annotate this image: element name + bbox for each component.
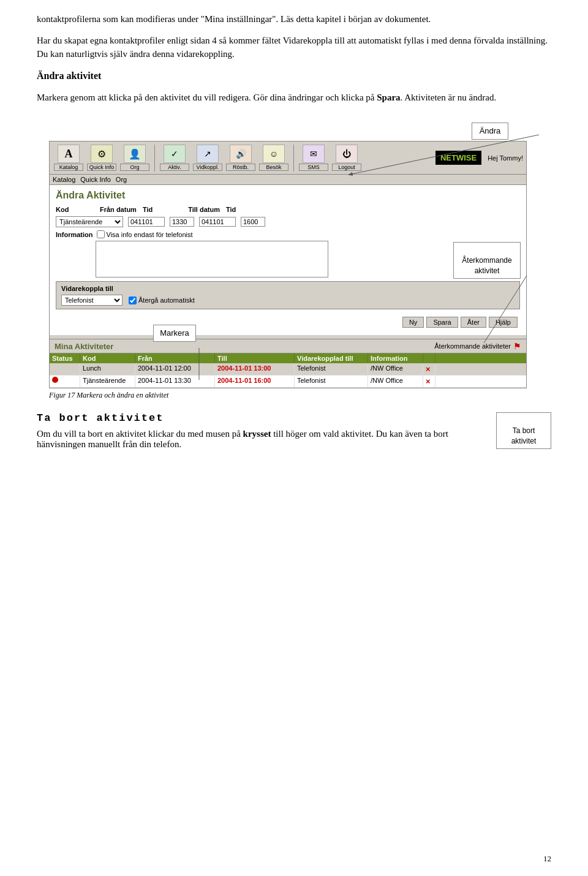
fran-datum-input[interactable] bbox=[128, 217, 165, 227]
row2-kod: Tjänsteärende bbox=[80, 376, 135, 387]
rostb-icon: 🔊 bbox=[230, 145, 252, 163]
till-datum-input[interactable] bbox=[199, 217, 236, 227]
visa-info-checkbox[interactable] bbox=[97, 230, 105, 238]
toolbar-separator-1 bbox=[154, 145, 155, 172]
row2-delete[interactable]: × bbox=[423, 376, 435, 387]
atergaa-label: Återgå automatiskt bbox=[129, 296, 195, 304]
vidkoppl-label: Vidkoppl. bbox=[193, 164, 222, 171]
row1-fran: 2004-11-01 12:00 bbox=[135, 363, 215, 375]
besok-icon: ☺ bbox=[263, 145, 285, 163]
vidarekoppla-select[interactable]: Telefonist bbox=[61, 295, 123, 306]
sms-icon: ✉ bbox=[303, 145, 325, 163]
info-textarea[interactable] bbox=[96, 241, 328, 278]
kod-select[interactable]: Tjänsteärende bbox=[56, 216, 123, 227]
page-number: 12 bbox=[543, 854, 551, 864]
form-row-1: Kod Från datum Tid Till datum Tid bbox=[56, 206, 520, 213]
org-label: Org bbox=[120, 164, 149, 171]
col-info: Information bbox=[368, 353, 423, 363]
hjalp-button[interactable]: Hjälp bbox=[489, 317, 518, 328]
annotation-aterkommande: Återkommande aktivitet bbox=[453, 242, 521, 279]
krysset-ref: krysset bbox=[243, 429, 271, 439]
row1-till: 2004-11-01 13:00 bbox=[215, 363, 295, 375]
toolbar-rostb[interactable]: 🔊 Röstb. bbox=[225, 143, 257, 172]
toolbar: A Katalog ⚙ Quick Info 👤 Org ✓ Aktiv. ↗ bbox=[50, 142, 526, 175]
ater-button[interactable]: Åter bbox=[461, 317, 486, 328]
aktiv-icon: ✓ bbox=[164, 145, 186, 163]
annotation-ta-bort: Ta bort aktivitet bbox=[496, 412, 551, 449]
paragraph-3-heading: Ändra aktivitet bbox=[37, 69, 551, 83]
p3-text: Markera genom att klicka på den aktivite… bbox=[37, 93, 377, 102]
bottom-buttons: Ny Spara Åter Hjälp bbox=[56, 314, 520, 330]
col-till: Till bbox=[215, 353, 295, 363]
org-icon: 👤 bbox=[124, 145, 146, 163]
figure-17-container: Ändra Återkommande aktivitet Markera A K… bbox=[37, 123, 527, 388]
vidarekoppla-title: Vidarekoppla till bbox=[61, 285, 514, 292]
toolbar-vidkoppl[interactable]: ↗ Vidkoppl. bbox=[192, 143, 224, 172]
logout-icon: ⏻ bbox=[336, 145, 358, 163]
row1-vida: Telefonist bbox=[295, 363, 368, 375]
netwise-logo: NETWISE bbox=[435, 151, 481, 165]
toolbar-sms[interactable]: ✉ SMS bbox=[298, 143, 330, 172]
row2-status bbox=[50, 376, 80, 387]
nav-org[interactable]: Org bbox=[116, 176, 127, 183]
form-row-2: Tjänsteärende bbox=[56, 216, 520, 227]
vidkoppl-icon: ↗ bbox=[197, 145, 219, 163]
kod-label: Kod bbox=[56, 206, 92, 213]
spara-ref: Spara bbox=[377, 93, 400, 102]
paragraph-1: kontaktprofilerna som kan modifieras und… bbox=[37, 12, 551, 26]
col-status: Status bbox=[50, 353, 80, 363]
toolbar-besok[interactable]: ☺ Besök bbox=[258, 143, 290, 172]
status-dot-icon bbox=[52, 377, 58, 383]
spara-button[interactable]: Spara bbox=[426, 317, 458, 328]
atergaa-checkbox[interactable] bbox=[129, 296, 137, 304]
toolbar-quickinfo[interactable]: ⚙ Quick Info bbox=[86, 143, 118, 172]
nav-quickinfo[interactable]: Quick Info bbox=[80, 176, 111, 183]
fig-caption: Figur 17 Markera och ändra en aktivitet bbox=[49, 391, 551, 400]
annotation-andra: Ändra bbox=[472, 123, 508, 140]
ta-bort-heading: Ta bort aktivitet bbox=[37, 412, 478, 424]
paragraph-3-body: Markera genom att klicka på den aktivite… bbox=[37, 91, 551, 105]
recurring-label: Återkommande aktiviteter bbox=[434, 342, 511, 350]
tid-label-1: Tid bbox=[143, 206, 153, 213]
col-del bbox=[423, 353, 435, 363]
activities-title: Mina Aktiviteter bbox=[55, 342, 113, 351]
form-title: Ändra Aktivitet bbox=[56, 190, 520, 201]
toolbar-aktiv[interactable]: ✓ Aktiv. bbox=[159, 143, 190, 172]
col-kod: Kod bbox=[80, 353, 135, 363]
logout-label: Logout bbox=[332, 164, 361, 171]
row2-info: /NW Office bbox=[368, 376, 423, 387]
nav-bar: Katalog Quick Info Org bbox=[50, 175, 526, 185]
sms-label: SMS bbox=[299, 164, 328, 171]
toolbar-separator-2 bbox=[293, 145, 294, 172]
katalog-label: Katalog bbox=[54, 164, 83, 171]
nav-katalog[interactable]: Katalog bbox=[53, 176, 75, 183]
till-tid-input[interactable] bbox=[241, 217, 265, 227]
activities-section: Mina Aktiviteter Återkommande aktivitete… bbox=[50, 339, 526, 388]
activities-table-header: Status Kod Från Till Vidarekopplad till … bbox=[50, 353, 526, 363]
paragraph-2: Har du skapat egna kontaktprofiler enlig… bbox=[37, 34, 551, 61]
annotation-markera: Markera bbox=[153, 325, 196, 342]
toolbar-logout[interactable]: ⏻ Logout bbox=[331, 143, 363, 172]
visa-info-label: Visa info endast för telefonist bbox=[97, 230, 193, 238]
table-row: Lunch 2004-11-01 12:00 2004-11-01 13:00 … bbox=[50, 363, 526, 376]
fran-tid-input[interactable] bbox=[170, 217, 194, 227]
recurring-icon: ⚑ bbox=[513, 341, 521, 351]
table-row: Tjänsteärende 2004-11-01 13:30 2004-11-0… bbox=[50, 376, 526, 388]
aktiv-label: Aktiv. bbox=[160, 164, 189, 171]
info-label: Information bbox=[56, 231, 93, 238]
till-datum-label: Till datum bbox=[188, 206, 220, 213]
p3-end: . Aktiviteten är nu ändrad. bbox=[401, 93, 497, 102]
ny-button[interactable]: Ny bbox=[402, 317, 424, 328]
row2-fran: 2004-11-01 13:30 bbox=[135, 376, 215, 387]
quickinfo-label: Quick Info bbox=[87, 164, 116, 171]
col-fran: Från bbox=[135, 353, 215, 363]
besok-label: Besök bbox=[259, 164, 288, 171]
row1-delete[interactable]: × bbox=[423, 363, 435, 375]
toolbar-katalog[interactable]: A Katalog bbox=[53, 143, 85, 172]
vidarekoppla-section: Vidarekoppla till Telefonist Återgå auto… bbox=[56, 281, 520, 309]
ta-bort-body: Om du vill ta bort en aktivitet klickar … bbox=[37, 429, 478, 450]
row1-info: /NW Office bbox=[368, 363, 423, 375]
col-vida: Vidarekopplad till bbox=[295, 353, 368, 363]
toolbar-org[interactable]: 👤 Org bbox=[119, 143, 151, 172]
row2-vida: Telefonist bbox=[295, 376, 368, 387]
